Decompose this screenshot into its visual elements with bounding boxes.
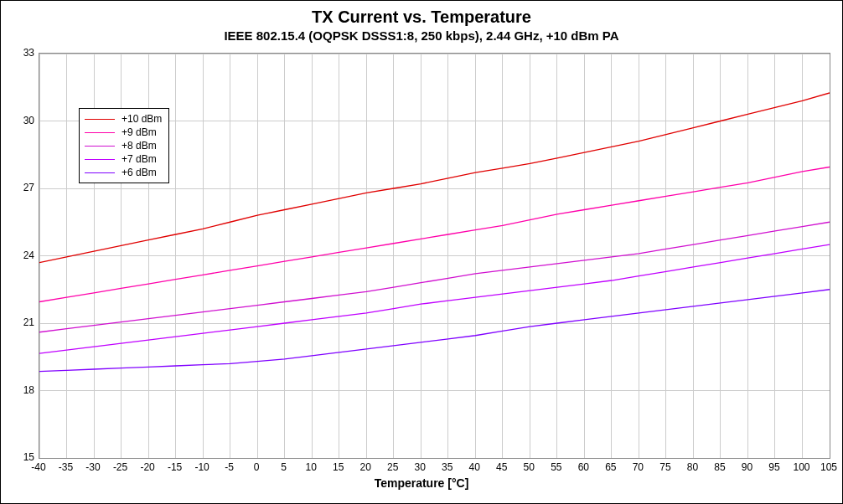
legend-swatch [85,119,115,120]
legend-label: +10 dBm [122,113,162,125]
x-tick: 50 [516,461,541,473]
y-tick: 18 [9,384,34,396]
x-tick: 40 [462,461,487,473]
x-tick: -15 [163,461,188,473]
legend-label: +7 dBm [122,153,157,165]
legend-label: +9 dBm [122,126,157,138]
y-tick: 27 [9,182,34,193]
y-tick: 33 [9,47,34,59]
y-tick: 24 [9,249,34,261]
x-tick: 80 [680,461,705,473]
legend-item: +10 dBm [85,112,162,126]
series-line [39,290,830,372]
chart-subtitle: IEEE 802.15.4 (OQPSK DSSS1:8, 250 kbps),… [1,28,842,43]
x-tick: 35 [435,461,460,473]
x-tick: 55 [544,461,569,473]
y-tick: 30 [9,115,34,126]
x-tick: 70 [625,461,650,473]
x-tick: 75 [653,461,678,473]
x-tick: 10 [298,461,323,473]
x-tick: 60 [571,461,596,473]
x-tick: 0 [244,461,269,473]
x-tick: 20 [353,461,378,473]
x-tick: 90 [734,461,759,473]
x-tick: -30 [80,461,106,473]
legend-label: +8 dBm [122,140,157,152]
x-tick: 45 [489,461,515,473]
series-line [39,244,830,353]
legend-item: +9 dBm [85,126,162,139]
legend-swatch [85,172,115,173]
legend-label: +6 dBm [122,167,157,178]
x-tick: -40 [26,461,51,473]
legend-item: +7 dBm [85,152,162,166]
legend: +10 dBm+9 dBm+8 dBm+7 dBm+6 dBm [79,108,169,183]
x-tick: -20 [135,461,160,473]
x-tick: 65 [598,461,623,473]
chart-title: TX Current vs. Temperature [1,8,842,27]
x-tick: 100 [789,461,814,473]
x-tick: 5 [272,461,297,473]
x-tick: 105 [816,461,841,473]
legend-item: +8 dBm [85,139,162,152]
plot-area: +10 dBm+9 dBm+8 dBm+7 dBm+6 dBm [39,53,830,459]
x-tick: -5 [217,461,242,473]
y-tick: 15 [9,451,34,463]
legend-swatch [85,159,115,160]
legend-item: +6 dBm [85,166,162,179]
x-tick: -35 [54,461,79,473]
x-axis-label: Temperature [°C] [1,476,842,490]
x-tick: -25 [108,461,133,473]
chart-container: TX Current vs. Temperature IEEE 802.15.4… [0,0,843,504]
x-tick: 95 [762,461,787,473]
x-tick: 15 [326,461,351,473]
x-tick: 85 [707,461,732,473]
x-tick: -10 [189,461,215,473]
y-tick: 21 [9,316,34,328]
series-line [39,167,830,302]
legend-swatch [85,132,115,133]
legend-swatch [85,146,115,147]
x-tick: 25 [380,461,406,473]
x-tick: 30 [407,461,432,473]
